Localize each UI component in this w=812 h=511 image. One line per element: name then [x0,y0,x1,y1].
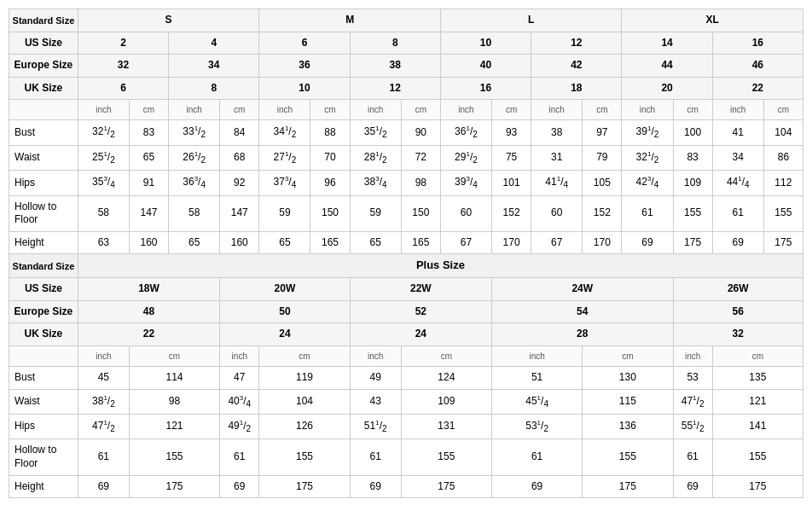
eu-38: 38 [350,55,440,78]
hollow-label-standard: Hollow to Floor [9,195,78,231]
bust-46-cm: 104 [763,120,803,145]
bust-40-inch: 361/2 [440,120,491,145]
plus-hollow-52-inch: 61 [350,439,401,475]
xl-header: XL [622,9,803,32]
plus-hips-50-cm: 126 [259,414,350,438]
height-46-cm: 175 [763,231,803,254]
bust-42-inch: 38 [531,120,583,145]
plus-eu-52: 52 [350,300,491,323]
unit-cm-7: cm [673,100,712,120]
bust-32-cm: 83 [129,120,168,145]
uk-22: 22 [712,77,803,100]
s-header: S [78,9,259,32]
height-34-inch: 65 [169,231,220,254]
unit-cm-4: cm [401,100,440,120]
waist-row-plus: Waist 381/2 98 403/4 104 43 109 451/4 11… [9,389,803,414]
plus-waist-56-inch: 471/2 [673,389,712,414]
hollow-42-cm: 152 [583,195,622,231]
plus-height-50-inch: 69 [220,475,259,498]
plus-height-52-cm: 175 [401,475,491,498]
plus-height-54-cm: 175 [583,475,673,498]
plus-waist-52-inch: 43 [350,389,401,414]
plus-hips-52-cm: 131 [401,414,491,438]
waist-44-inch: 321/2 [622,145,673,170]
waist-32-inch: 251/2 [78,145,129,170]
plus-us-24w: 24W [491,278,673,301]
unit-cm-8: cm [763,100,803,120]
hollow-36-inch: 59 [259,195,310,231]
waist-44-cm: 83 [673,145,712,170]
bust-44-cm: 100 [673,120,712,145]
plus-europe-size-row: Europe Size 48 50 52 54 56 [9,300,803,323]
bust-44-inch: 391/2 [622,120,673,145]
size-chart: Standard Size S M L XL US Size 2 4 6 8 1… [9,9,803,498]
hollow-40-cm: 152 [491,195,531,231]
hips-40-inch: 393/4 [440,171,491,195]
bust-36-cm: 88 [310,120,350,145]
plus-height-48-inch: 69 [78,475,129,498]
unit-inch-5: inch [440,100,491,120]
plus-bust-56-cm: 135 [712,367,803,390]
hips-row-standard: Hips 353/4 91 363/4 92 373/4 96 383/4 98… [9,171,803,195]
hips-36-cm: 96 [310,171,350,195]
eu-42: 42 [531,55,622,78]
plus-unit-inch-5: inch [673,346,712,367]
us-size-14: 14 [622,32,712,55]
bust-38-inch: 351/2 [350,120,401,145]
height-label-plus: Height [9,475,78,498]
eu-32: 32 [78,55,168,78]
unit-inch-1: inch [78,100,129,120]
us-size-label: US Size [9,32,78,55]
plus-hollow-54-inch: 61 [491,439,582,475]
waist-38-cm: 72 [401,145,440,170]
plus-uk-22: 22 [78,323,219,346]
standard-size-header-row: Standard Size S M L XL [9,9,803,32]
waist-46-inch: 34 [712,145,763,170]
unit-inch-6: inch [531,100,583,120]
hips-42-inch: 411/4 [531,171,583,195]
bust-row-plus: Bust 45 114 47 119 49 124 51 130 53 135 [9,367,803,390]
bust-row-standard: Bust 321/2 83 331/2 84 341/2 88 351/2 90… [9,120,803,145]
plus-hollow-54-cm: 155 [583,439,673,475]
hollow-32-inch: 58 [78,195,129,231]
plus-hollow-48-inch: 61 [78,439,129,475]
hollow-32-cm: 147 [129,195,168,231]
hips-label-standard: Hips [9,171,78,195]
plus-waist-54-inch: 451/4 [491,389,582,414]
hips-40-cm: 101 [491,171,531,195]
plus-hips-52-inch: 511/2 [350,414,401,438]
height-label-standard: Height [9,231,78,254]
plus-unit-cm-2: cm [259,346,350,367]
bust-34-inch: 331/2 [169,120,220,145]
hips-46-cm: 112 [763,171,803,195]
waist-32-cm: 65 [129,145,168,170]
height-38-cm: 165 [401,231,440,254]
plus-uk-size-row: UK Size 22 24 24 28 32 [9,323,803,346]
plus-unit-cm-4: cm [583,346,673,367]
waist-40-inch: 291/2 [440,145,491,170]
height-44-cm: 175 [673,231,712,254]
plus-waist-50-cm: 104 [259,389,350,414]
plus-eu-56: 56 [673,300,803,323]
unit-cm-1: cm [129,100,168,120]
hollow-44-cm: 155 [673,195,712,231]
height-row-standard: Height 63 160 65 160 65 165 65 165 67 17… [9,231,803,254]
hips-38-cm: 98 [401,171,440,195]
plus-unit-inch-4: inch [491,346,582,367]
uk-12: 12 [350,77,440,100]
us-size-16: 16 [712,32,803,55]
waist-38-inch: 281/2 [350,145,401,170]
plus-unit-cm-3: cm [401,346,491,367]
plus-bust-48-inch: 45 [78,367,129,390]
plus-uk-label: UK Size [9,323,78,346]
plus-unit-inch-2: inch [220,346,259,367]
waist-label-standard: Waist [9,145,78,170]
uk-6: 6 [78,77,168,100]
plus-hips-48-cm: 121 [129,414,219,438]
plus-bust-54-cm: 130 [583,367,673,390]
plus-hips-56-inch: 551/2 [673,414,712,438]
height-44-inch: 69 [622,231,673,254]
hollow-46-cm: 155 [763,195,803,231]
plus-us-18w: 18W [78,278,219,301]
waist-46-cm: 86 [763,145,803,170]
